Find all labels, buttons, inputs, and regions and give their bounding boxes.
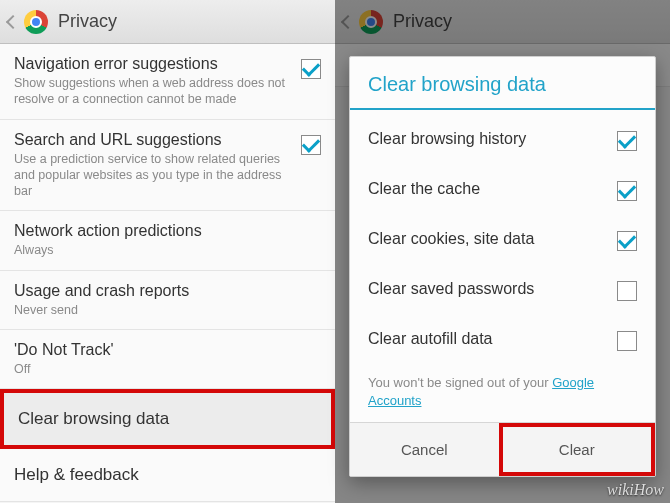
- divider: [350, 108, 655, 110]
- setting-title: Network action predictions: [14, 222, 321, 240]
- setting-nav-error[interactable]: Navigation error suggestions Show sugges…: [0, 44, 335, 120]
- checkbox[interactable]: [301, 59, 321, 79]
- setting-title: Search and URL suggestions: [14, 131, 291, 149]
- setting-search-url[interactable]: Search and URL suggestions Use a predict…: [0, 120, 335, 212]
- checkbox[interactable]: [617, 231, 637, 251]
- option-label: Clear browsing history: [368, 130, 617, 148]
- privacy-settings-screen: Privacy Navigation error suggestions Sho…: [0, 0, 335, 503]
- option-label: Clear the cache: [368, 180, 617, 198]
- checkbox[interactable]: [617, 181, 637, 201]
- option-clear-history[interactable]: Clear browsing history: [350, 114, 655, 164]
- clear-browsing-data-row[interactable]: Clear browsing data: [0, 389, 335, 449]
- option-label: Clear autofill data: [368, 330, 617, 348]
- chrome-icon: [24, 10, 48, 34]
- option-label: Clear cookies, site data: [368, 230, 617, 248]
- checkbox[interactable]: [617, 331, 637, 351]
- checkbox[interactable]: [617, 281, 637, 301]
- dialog-buttons: Cancel Clear: [350, 422, 655, 476]
- option-clear-cookies[interactable]: Clear cookies, site data: [350, 214, 655, 264]
- page-title: Privacy: [58, 11, 117, 32]
- cancel-button[interactable]: Cancel: [350, 423, 499, 476]
- setting-dnt[interactable]: 'Do Not Track' Off: [0, 330, 335, 389]
- setting-subtitle: Never send: [14, 302, 321, 318]
- checkbox[interactable]: [301, 135, 321, 155]
- option-clear-passwords[interactable]: Clear saved passwords: [350, 264, 655, 314]
- settings-list: Navigation error suggestions Show sugges…: [0, 44, 335, 502]
- setting-network-predictions[interactable]: Network action predictions Always: [0, 211, 335, 270]
- watermark: wikiHow: [607, 481, 664, 499]
- option-label: Clear saved passwords: [368, 280, 617, 298]
- setting-subtitle: Use a prediction service to show related…: [14, 151, 291, 200]
- header-bar: Privacy: [0, 0, 335, 44]
- setting-title: Usage and crash reports: [14, 282, 321, 300]
- dialog-title: Clear browsing data: [350, 57, 655, 108]
- dialog-note: You won't be signed out of your Google A…: [350, 364, 655, 414]
- back-icon[interactable]: [6, 14, 20, 28]
- checkbox[interactable]: [617, 131, 637, 151]
- privacy-settings-screen-dimmed: Privacy Navigation error suggestions Cle…: [335, 0, 670, 503]
- help-feedback-row[interactable]: Help & feedback: [0, 449, 335, 502]
- setting-usage-crash[interactable]: Usage and crash reports Never send: [0, 271, 335, 330]
- clear-browsing-data-dialog: Clear browsing data Clear browsing histo…: [349, 56, 656, 477]
- setting-title: Navigation error suggestions: [14, 55, 291, 73]
- setting-subtitle: Show suggestions when a web address does…: [14, 75, 291, 108]
- setting-title: 'Do Not Track': [14, 341, 321, 359]
- option-clear-cache[interactable]: Clear the cache: [350, 164, 655, 214]
- clear-button[interactable]: Clear: [499, 423, 656, 476]
- option-clear-autofill[interactable]: Clear autofill data: [350, 314, 655, 364]
- setting-subtitle: Off: [14, 361, 321, 377]
- setting-subtitle: Always: [14, 242, 321, 258]
